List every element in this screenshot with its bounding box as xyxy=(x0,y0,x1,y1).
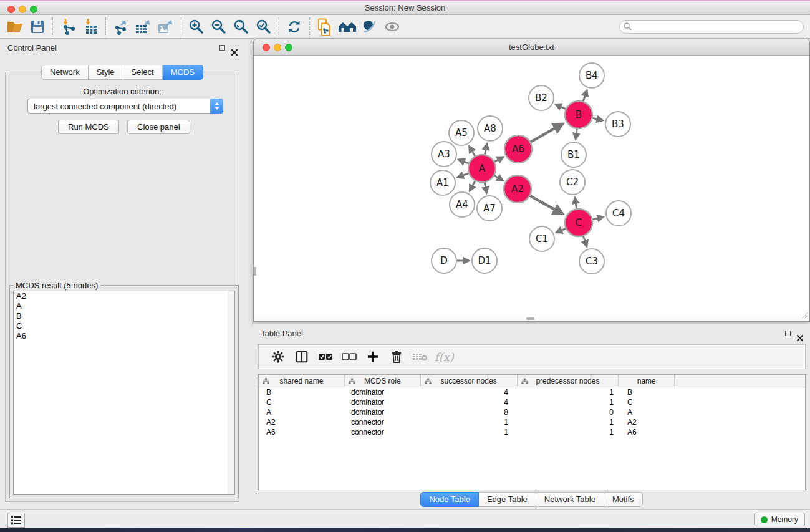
export-table-icon[interactable] xyxy=(132,17,155,37)
import-network-icon[interactable] xyxy=(57,17,79,37)
graph-node-A7[interactable]: A7 xyxy=(477,196,502,221)
table-cell[interactable]: 1 xyxy=(518,387,619,397)
graph-edge-A-A6[interactable] xyxy=(494,157,503,162)
graph-node-D[interactable]: D xyxy=(432,248,456,273)
column-header-successor-nodes[interactable]: successor nodes xyxy=(421,375,518,387)
graph-node-A6[interactable]: A6 xyxy=(504,135,532,163)
tab-motifs[interactable]: Motifs xyxy=(604,492,643,507)
graph-edge-B-B1[interactable] xyxy=(576,129,577,140)
tab-network-table[interactable]: Network Table xyxy=(536,492,604,507)
graph-edge-A-A5[interactable] xyxy=(469,146,475,156)
column-header-shared-name[interactable]: shared name xyxy=(259,375,345,387)
result-list-item[interactable]: A2 xyxy=(14,291,234,301)
select-all-icon[interactable] xyxy=(314,346,337,367)
tab-edge-table[interactable]: Edge Table xyxy=(479,492,536,507)
table-cell[interactable]: A2 xyxy=(619,417,675,427)
graph-node-B2[interactable]: B2 xyxy=(529,85,554,110)
column-header-name[interactable]: name xyxy=(619,375,675,387)
close-panel-icon[interactable] xyxy=(231,44,238,63)
table-cell[interactable]: 4 xyxy=(421,387,518,397)
clone-network-icon[interactable] xyxy=(314,17,336,37)
table-cell[interactable]: dominator xyxy=(345,397,421,407)
close-panel-button[interactable]: Close panel xyxy=(127,120,190,134)
graph-edge-C-C3[interactable] xyxy=(583,236,587,247)
graph-node-B1[interactable]: B1 xyxy=(561,142,586,167)
result-list-item[interactable]: C xyxy=(14,321,234,331)
table-cell[interactable]: C xyxy=(259,397,345,407)
zoom-in-icon[interactable] xyxy=(185,17,208,37)
table-cell[interactable]: 1 xyxy=(421,417,518,427)
result-list-item[interactable]: A xyxy=(14,301,234,311)
graph-node-C[interactable]: C xyxy=(565,209,592,236)
tab-node-table[interactable]: Node Table xyxy=(420,492,479,507)
graph-node-B4[interactable]: B4 xyxy=(579,63,604,88)
refresh-icon[interactable] xyxy=(283,17,306,37)
table-cell[interactable]: A xyxy=(619,407,675,417)
tab-select[interactable]: Select xyxy=(123,65,163,80)
table-row[interactable]: Bdominator41B xyxy=(259,387,805,397)
export-network-icon[interactable] xyxy=(110,17,132,37)
table-cell[interactable]: 4 xyxy=(421,397,518,407)
vertical-scrollbar-handle[interactable] xyxy=(254,267,256,276)
horizontal-scrollbar-handle[interactable] xyxy=(526,317,534,320)
graph-edge-A-A2[interactable] xyxy=(494,176,503,181)
horizontal-scrollbar[interactable] xyxy=(254,317,809,321)
tab-network[interactable]: Network xyxy=(41,65,89,80)
column-header-predecessor-nodes[interactable]: predecessor nodes xyxy=(518,375,619,387)
table-cell[interactable]: 8 xyxy=(421,407,518,417)
task-history-button[interactable] xyxy=(7,513,25,528)
graph-node-C4[interactable]: C4 xyxy=(606,201,631,226)
table-row[interactable]: A6connector11A6 xyxy=(259,427,805,437)
result-scrollbar[interactable] xyxy=(228,291,234,494)
graph-node-A3[interactable]: A3 xyxy=(432,142,456,167)
graph-edge-C-C4[interactable] xyxy=(592,217,603,220)
delete-column-icon[interactable] xyxy=(385,346,408,367)
zoom-selected-icon[interactable] xyxy=(253,17,275,37)
network-canvas[interactable]: B4B2BB3A5A8A6B1A3AA1C2A2A4A7C4CC1C3DD1 xyxy=(254,56,809,318)
save-session-icon[interactable] xyxy=(26,17,49,37)
graph-node-C1[interactable]: C1 xyxy=(529,226,554,251)
zoom-fit-icon[interactable] xyxy=(230,17,253,37)
settings-gear-icon[interactable] xyxy=(266,346,290,367)
graph-edge-A-A8[interactable] xyxy=(485,143,487,154)
table-cell[interactable]: connector xyxy=(345,427,421,437)
float-panel-icon[interactable] xyxy=(219,45,225,51)
table-cell[interactable]: A6 xyxy=(619,427,675,437)
deselect-all-icon[interactable] xyxy=(337,346,361,367)
add-column-icon[interactable] xyxy=(361,346,385,367)
table-row[interactable]: Cdominator41C xyxy=(259,397,805,407)
table-cell[interactable]: A2 xyxy=(259,417,345,427)
graph-node-A4[interactable]: A4 xyxy=(450,192,475,217)
table-cell[interactable]: C xyxy=(619,397,675,407)
hide-annotations-icon[interactable] xyxy=(359,17,381,37)
graph-edge-A-A1[interactable] xyxy=(457,173,468,178)
table-cell[interactable]: A6 xyxy=(259,427,345,437)
table-row[interactable]: Adominator80A xyxy=(259,407,805,417)
mcds-result-list[interactable]: A2ABCA6 xyxy=(13,291,235,495)
memory-button[interactable]: Memory xyxy=(754,513,805,526)
table-cell[interactable]: 1 xyxy=(518,417,619,427)
search-input[interactable] xyxy=(619,20,804,34)
home-icon[interactable] xyxy=(336,17,359,37)
select-stepper-icon[interactable] xyxy=(210,99,223,114)
tab-mcds[interactable]: MCDS xyxy=(163,65,203,80)
run-mcds-button[interactable]: Run MCDS xyxy=(58,120,119,134)
table-cell[interactable]: 1 xyxy=(518,397,619,407)
result-list-item[interactable]: A6 xyxy=(14,331,234,341)
column-manager-icon[interactable] xyxy=(290,346,314,367)
graph-edge-A-A3[interactable] xyxy=(458,160,468,163)
table-cell[interactable]: A xyxy=(259,407,345,417)
optimization-criterion-select[interactable]: largest connected component (directed) xyxy=(27,99,223,114)
tab-style[interactable]: Style xyxy=(89,65,123,80)
table-cell[interactable]: B xyxy=(619,387,675,397)
graph-edge-B-B4[interactable] xyxy=(583,90,587,102)
table-cell[interactable]: 0 xyxy=(518,407,619,417)
zoom-out-icon[interactable] xyxy=(208,17,230,37)
graph-node-A8[interactable]: A8 xyxy=(478,116,503,141)
graph-edge-C-C1[interactable] xyxy=(556,228,566,233)
graph-edge-B-B2[interactable] xyxy=(556,104,566,109)
graph-node-C2[interactable]: C2 xyxy=(560,170,585,195)
graph-edge-C-C2[interactable] xyxy=(575,198,577,209)
resize-grip-icon[interactable] xyxy=(801,311,809,321)
graph-node-B[interactable]: B xyxy=(565,101,592,128)
